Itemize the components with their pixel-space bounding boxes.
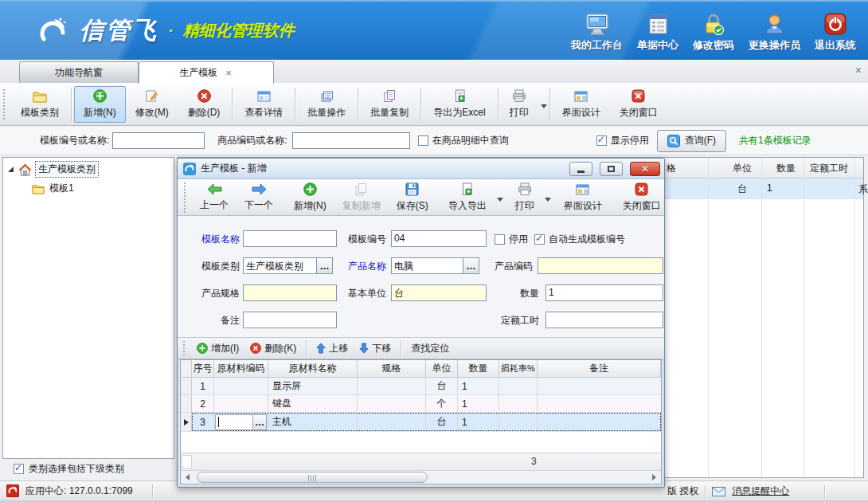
product-search-input[interactable] bbox=[292, 132, 410, 149]
dialog-close-window-button[interactable]: 关闭窗口 bbox=[615, 179, 665, 216]
message-center-link[interactable]: 消息提醒中心 bbox=[732, 484, 789, 498]
delete-button[interactable]: 删除(D) bbox=[178, 86, 230, 123]
category-input[interactable]: 生产模板类别 bbox=[243, 257, 317, 274]
base-unit-input[interactable]: 台 bbox=[391, 284, 487, 301]
tab-close-icon[interactable]: × bbox=[224, 68, 233, 78]
save-button[interactable]: 保存(S) bbox=[389, 179, 436, 216]
product-spec-input[interactable] bbox=[243, 284, 337, 301]
seq-column-header[interactable]: 序号 bbox=[192, 360, 214, 377]
resize-grip-icon[interactable] bbox=[858, 489, 866, 497]
dialog-close-button[interactable]: ✕ bbox=[630, 162, 660, 176]
detail-add-button[interactable]: 增加(I) bbox=[192, 340, 244, 357]
document-center-button[interactable]: 单据中心 bbox=[630, 10, 686, 59]
show-disabled-checkbox[interactable] bbox=[596, 135, 607, 146]
dialog-print-caret-icon[interactable] bbox=[545, 198, 551, 202]
row-unit-cell: 台 bbox=[737, 182, 747, 196]
print-dropdown-caret-icon[interactable] bbox=[541, 104, 547, 108]
ui-design-button[interactable]: 界面设计 bbox=[553, 86, 610, 123]
import-export-caret-icon[interactable] bbox=[497, 198, 503, 202]
col-spec-header[interactable]: 格 bbox=[667, 162, 676, 175]
loss-column-header[interactable]: 损耗率% bbox=[499, 360, 538, 377]
material-row[interactable]: 2 键盘 个 1 bbox=[181, 395, 661, 413]
col-hours-header[interactable]: 定额工时 bbox=[810, 162, 848, 175]
unit-column-header[interactable]: 单位 bbox=[426, 360, 458, 377]
previous-button[interactable]: 上一个 bbox=[192, 179, 237, 216]
maximize-icon bbox=[608, 166, 615, 172]
loss-cell bbox=[499, 413, 538, 431]
export-excel-button[interactable]: 导出为Excel bbox=[424, 86, 495, 123]
tree-node-root[interactable]: 生产模板类别 bbox=[3, 158, 174, 178]
qty-cell: 1 bbox=[458, 378, 499, 394]
scroll-right-arrow-icon[interactable] bbox=[647, 471, 661, 484]
qty-input[interactable]: 1 bbox=[545, 284, 663, 301]
change-password-button[interactable]: 修改密码 bbox=[686, 10, 741, 59]
qty-cell: 1 bbox=[458, 413, 499, 431]
close-window-button[interactable]: 关闭窗口 bbox=[610, 86, 667, 123]
batch-operation-button[interactable]: 批量操作 bbox=[298, 86, 355, 123]
next-button[interactable]: 下一个 bbox=[237, 179, 281, 216]
category-lookup-button[interactable]: … bbox=[316, 257, 333, 274]
col-unit-header[interactable]: 单位 bbox=[733, 162, 752, 175]
toolbar-grip bbox=[184, 182, 186, 213]
material-name-column-header[interactable]: 原材料名称 bbox=[268, 360, 358, 377]
note-column-header[interactable]: 备注 bbox=[538, 360, 661, 377]
stop-use-checkbox[interactable] bbox=[495, 234, 505, 245]
dialog-ui-design-button[interactable]: 界面设计 bbox=[556, 179, 610, 216]
material-row[interactable]: 1 显示屏 台 1 bbox=[181, 378, 661, 395]
app-center-text: 应用中心: 127.0.0.1:7099 bbox=[25, 484, 133, 498]
scroll-left-arrow-icon[interactable] bbox=[181, 471, 194, 484]
close-all-tabs-icon[interactable]: × bbox=[855, 65, 862, 76]
find-locate-button[interactable]: 查找定位 bbox=[406, 340, 454, 357]
show-disabled-label: 显示停用 bbox=[611, 134, 649, 147]
code-cell-editing[interactable]: … bbox=[214, 413, 268, 431]
edit-button[interactable]: 修改(M) bbox=[126, 86, 178, 123]
template-code-input[interactable]: 04 bbox=[391, 230, 487, 247]
note-input[interactable] bbox=[243, 312, 337, 328]
col-qty-header[interactable]: 数量 bbox=[776, 162, 796, 175]
app-header: 信管飞 · 精细化管理软件 我的工作台 bbox=[0, 0, 868, 60]
dialog-maximize-button[interactable] bbox=[600, 162, 623, 176]
scrollbar-thumb[interactable] bbox=[197, 472, 428, 483]
my-workspace-button[interactable]: 我的工作台 bbox=[564, 10, 630, 59]
tree-folder-icon bbox=[32, 183, 45, 194]
tree-expander-icon[interactable] bbox=[8, 167, 14, 172]
hours-input[interactable] bbox=[545, 312, 663, 328]
code-lookup-button[interactable]: … bbox=[252, 415, 266, 429]
copy-new-button[interactable]: 复制新增 bbox=[334, 179, 389, 216]
code-edit-input[interactable]: … bbox=[215, 414, 267, 430]
product-lookup-button[interactable]: … bbox=[463, 257, 479, 274]
grid-horizontal-scrollbar[interactable] bbox=[181, 470, 661, 484]
product-name-input[interactable]: 电脑 bbox=[391, 257, 463, 274]
spec-column-header[interactable]: 规格 bbox=[358, 360, 426, 377]
dialog-add-button[interactable]: 新增(N) bbox=[286, 179, 334, 216]
qty-column-header[interactable]: 数量 bbox=[458, 360, 499, 377]
add-button[interactable]: 新增(N) bbox=[74, 86, 126, 123]
template-search-input[interactable] bbox=[112, 132, 205, 149]
query-button[interactable]: 查询(F) bbox=[657, 130, 726, 152]
export-excel-label: 导出为Excel bbox=[433, 106, 485, 120]
dialog-minimize-button[interactable] bbox=[569, 162, 592, 176]
detail-delete-button[interactable]: 删除(K) bbox=[245, 340, 301, 357]
include-subcategory-checkbox[interactable] bbox=[14, 464, 24, 474]
tab-function-nav[interactable]: 功能导航窗 bbox=[19, 61, 139, 83]
tree-node-template1[interactable]: 模板1 bbox=[3, 178, 174, 195]
template-name-input[interactable] bbox=[243, 230, 337, 247]
move-up-button[interactable]: 上移 bbox=[311, 340, 353, 357]
move-down-button[interactable]: 下移 bbox=[354, 340, 396, 357]
dialog-print-button[interactable]: 打印 bbox=[508, 179, 551, 216]
material-code-column-header[interactable]: 原材料编码 bbox=[214, 360, 268, 377]
tab-production-template[interactable]: 生产模板 × bbox=[139, 61, 274, 84]
import-export-button[interactable]: 导入导出 bbox=[441, 179, 503, 216]
view-detail-button[interactable]: 查看详情 bbox=[235, 86, 292, 123]
dialog-titlebar[interactable]: 生产模板 - 新增 ✕ bbox=[178, 159, 664, 179]
material-row-selected[interactable]: 3 … 主机 台 1 bbox=[181, 413, 661, 432]
print-button[interactable]: 打印 bbox=[501, 86, 547, 123]
template-category-button[interactable]: 模板类别 bbox=[11, 86, 68, 123]
switch-operator-button[interactable]: 更换操作员 bbox=[741, 10, 807, 59]
batch-copy-button[interactable]: 批量复制 bbox=[361, 86, 418, 123]
autogen-checkbox[interactable] bbox=[534, 234, 545, 245]
autogen-label: 自动生成模板编号 bbox=[549, 233, 625, 246]
search-in-detail-checkbox[interactable] bbox=[418, 135, 428, 146]
exit-system-button[interactable]: 退出系统 bbox=[807, 10, 863, 59]
product-code-input[interactable] bbox=[538, 257, 663, 274]
